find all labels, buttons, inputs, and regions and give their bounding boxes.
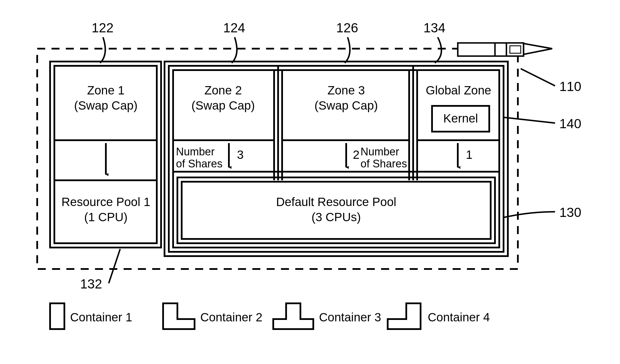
zone1-label: Zone 1 (Swap Cap) [57, 83, 154, 113]
zone3-label: Zone 3 (Swap Cap) [286, 83, 406, 113]
svg-marker-32 [388, 303, 421, 329]
pool1-l1: Resource Pool 1 [62, 195, 150, 209]
ref-126: 126 [336, 20, 358, 35]
ref-130: 130 [559, 205, 581, 220]
svg-rect-29 [50, 303, 64, 329]
legend-c1: Container 1 [70, 310, 132, 324]
shares-label-right: Number of Shares [360, 146, 407, 170]
zone3-l2: (Swap Cap) [314, 99, 378, 112]
ref-140: 140 [559, 116, 581, 131]
svg-marker-31 [273, 303, 313, 329]
zone2-label: Zone 2 (Swap Cap) [176, 83, 270, 113]
shares-l2-b: of Shares [360, 158, 407, 170]
ref-124: 124 [223, 20, 245, 35]
svg-marker-30 [163, 303, 195, 329]
shares-value-zone3: 2 [350, 147, 362, 163]
defpool-l2: (3 CPUs) [312, 210, 361, 224]
legend-c3: Container 3 [319, 310, 381, 324]
shares-l1-b: Number [360, 146, 399, 158]
legend-c2: Container 2 [200, 310, 262, 324]
ref-132: 132 [80, 276, 102, 292]
shares-value-zone2: 3 [235, 147, 246, 163]
shares-l2: of Shares [176, 158, 223, 170]
zone1-l2: (Swap Cap) [74, 99, 138, 112]
kernel-label: Kernel [432, 112, 489, 125]
ref-110: 110 [559, 79, 581, 94]
zone2-l2: (Swap Cap) [191, 99, 255, 112]
shares-label-left: Number of Shares [176, 146, 223, 170]
pool1-l2: (1 CPU) [84, 210, 128, 224]
zone2-l1: Zone 2 [205, 84, 242, 97]
pool1-label: Resource Pool 1 (1 CPU) [57, 195, 154, 225]
global-zone-label: Global Zone [418, 83, 499, 98]
ref-134: 134 [423, 20, 445, 35]
zone3-l1: Zone 3 [328, 84, 365, 97]
legend-c4: Container 4 [428, 310, 490, 324]
zone1-l1: Zone 1 [87, 84, 125, 97]
shares-l1: Number [176, 146, 215, 158]
svg-rect-1 [458, 43, 524, 56]
default-pool-label: Default Resource Pool (3 CPUs) [183, 195, 489, 225]
shares-value-global: 1 [463, 147, 475, 163]
ref-122: 122 [92, 20, 114, 35]
defpool-l1: Default Resource Pool [276, 195, 396, 209]
